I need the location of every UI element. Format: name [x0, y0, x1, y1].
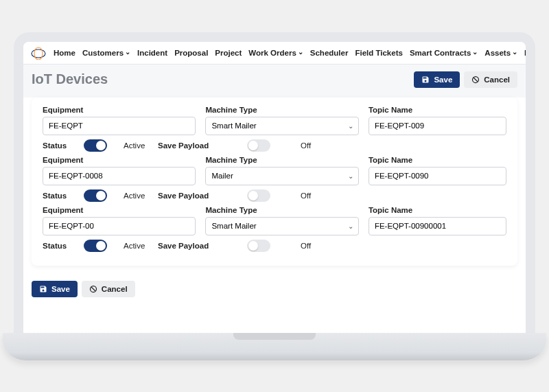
cancel-button[interactable]: Cancel	[464, 71, 517, 88]
nav-scheduler[interactable]: Scheduler	[310, 47, 349, 58]
save-button[interactable]: Save	[32, 281, 78, 297]
nav-field-tickets[interactable]: Field Tickets	[355, 47, 402, 58]
save-button[interactable]: Save	[414, 71, 460, 88]
svg-line-3	[474, 78, 478, 82]
svg-line-5	[91, 287, 95, 291]
toggle-knob	[248, 241, 258, 251]
header-actions: Save Cancel	[414, 71, 517, 88]
laptop-screen: Home Customers⌄ Incident Proposal Projec…	[14, 32, 535, 333]
chevron-down-icon: ⌄	[298, 48, 303, 56]
status-label: Status	[43, 141, 84, 150]
machine-type-label: Machine Type	[205, 156, 358, 164]
device-row: Equipment Machine Type Mailer ⌄ T	[43, 156, 506, 185]
topic-name-input[interactable]	[369, 217, 506, 235]
cancel-icon	[471, 76, 480, 84]
status-toggle[interactable]	[84, 139, 107, 152]
page-title: IoT Devices	[32, 71, 108, 87]
chevron-down-icon: ⌄	[512, 48, 517, 56]
toggle-knob	[248, 191, 258, 200]
nav-proposal[interactable]: Proposal	[174, 47, 208, 58]
device-meta-row: Status Active Save Payload Off	[43, 139, 506, 152]
machine-type-label: Machine Type	[205, 106, 358, 114]
topic-name-label: Topic Name	[369, 106, 506, 114]
save-label: Save	[434, 76, 452, 84]
status-toggle[interactable]	[84, 240, 107, 252]
footer-actions: Save Cancel	[23, 274, 526, 304]
topic-name-input[interactable]	[369, 117, 506, 135]
machine-type-select[interactable]: Smart Mailer	[205, 217, 358, 235]
page-header: IoT Devices Save Cancel	[23, 65, 526, 97]
topic-name-input[interactable]	[369, 167, 506, 185]
machine-type-label: Machine Type	[205, 206, 358, 214]
cancel-button[interactable]: Cancel	[82, 281, 135, 297]
cancel-label: Cancel	[102, 285, 128, 293]
status-label: Status	[43, 192, 84, 200]
nav-smart-contracts[interactable]: Smart Contracts⌄	[410, 47, 478, 58]
top-nav: Home Customers⌄ Incident Proposal Projec…	[23, 42, 526, 65]
devices-card: Equipment Machine Type Smart Mailer ⌄	[32, 97, 517, 266]
nav-incident[interactable]: Incident	[137, 47, 167, 58]
nav-project[interactable]: Project	[215, 47, 242, 58]
save-icon	[39, 285, 47, 293]
laptop-notch	[233, 333, 316, 340]
nav-home[interactable]: Home	[54, 47, 75, 58]
status-label: Status	[43, 242, 84, 250]
topic-name-label: Topic Name	[369, 206, 506, 214]
equipment-input[interactable]	[43, 117, 196, 135]
app-logo-icon	[30, 46, 47, 60]
cancel-icon	[89, 285, 97, 293]
toggle-knob	[96, 141, 106, 150]
laptop-frame: Home Customers⌄ Incident Proposal Projec…	[14, 32, 535, 360]
save-payload-value: Off	[301, 242, 311, 250]
save-icon	[421, 76, 430, 84]
nav-more[interactable]: I	[524, 47, 526, 58]
status-value: Active	[124, 242, 158, 250]
toggle-knob	[96, 191, 106, 200]
save-payload-value: Off	[301, 192, 311, 200]
toggle-knob	[248, 141, 258, 150]
cancel-label: Cancel	[484, 76, 510, 84]
save-payload-toggle[interactable]	[247, 189, 270, 202]
topic-name-label: Topic Name	[369, 156, 506, 164]
status-toggle[interactable]	[84, 189, 107, 202]
save-payload-value: Off	[301, 141, 311, 150]
machine-type-select[interactable]: Smart Mailer	[205, 117, 358, 135]
equipment-label: Equipment	[43, 106, 196, 114]
toggle-knob	[96, 241, 106, 251]
device-row: Equipment Machine Type Smart Mailer ⌄	[43, 106, 506, 135]
status-value: Active	[124, 141, 158, 150]
nav-customers[interactable]: Customers⌄	[82, 47, 130, 58]
laptop-base	[3, 333, 546, 360]
save-payload-label: Save Payload	[158, 192, 247, 200]
save-label: Save	[51, 285, 70, 293]
device-meta-row: Status Active Save Payload Off	[43, 189, 506, 202]
save-payload-toggle[interactable]	[247, 240, 270, 252]
status-value: Active	[124, 192, 158, 200]
equipment-label: Equipment	[43, 156, 196, 164]
svg-point-0	[32, 49, 45, 58]
equipment-label: Equipment	[43, 206, 196, 214]
nav-assets[interactable]: Assets⌄	[484, 47, 517, 58]
save-payload-label: Save Payload	[158, 242, 247, 250]
equipment-input[interactable]	[43, 167, 196, 185]
save-payload-label: Save Payload	[158, 141, 247, 150]
device-row: Equipment Machine Type Smart Mailer ⌄	[43, 206, 506, 235]
app-window: Home Customers⌄ Incident Proposal Projec…	[23, 42, 526, 333]
device-meta-row: Status Active Save Payload Off	[43, 240, 506, 252]
save-payload-toggle[interactable]	[247, 139, 270, 152]
chevron-down-icon: ⌄	[472, 48, 478, 56]
chevron-down-icon: ⌄	[125, 48, 130, 56]
machine-type-select[interactable]: Mailer	[205, 167, 358, 185]
nav-work-orders[interactable]: Work Orders⌄	[248, 47, 303, 58]
equipment-input[interactable]	[43, 217, 196, 235]
